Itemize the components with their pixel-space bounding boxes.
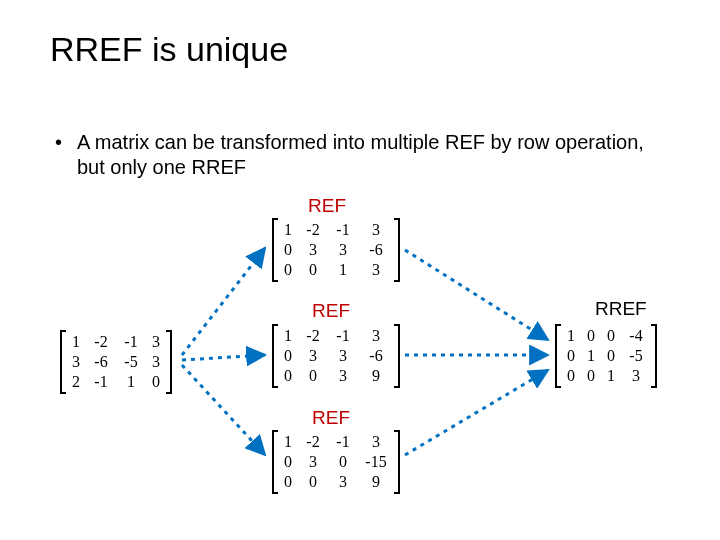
matrix-source: 1-2-13 3-6-53 2-110 [60, 330, 172, 394]
slide-title: RREF is unique [50, 30, 288, 69]
label-ref-top: REF [308, 195, 346, 217]
arrow-src-to-ref-top [182, 248, 265, 355]
arrow-ref-bot-to-rref [405, 370, 548, 455]
slide: RREF is unique A matrix can be transform… [0, 0, 720, 540]
arrow-ref-top-to-rref [405, 250, 548, 340]
arrow-src-to-ref-mid [182, 355, 265, 360]
matrix-ref-bot: 1-2-13 030-15 0039 [272, 430, 400, 494]
bullet-text: A matrix can be transformed into multipl… [55, 130, 660, 180]
matrix-rref: 100-4 010-5 0013 [555, 324, 657, 388]
label-rref: RREF [595, 298, 647, 320]
arrow-src-to-ref-bot [182, 365, 265, 455]
matrix-ref-mid: 1-2-13 033-6 0039 [272, 324, 400, 388]
label-ref-bot: REF [312, 407, 350, 429]
matrix-ref-top: 1-2-13 033-6 0013 [272, 218, 400, 282]
label-ref-mid: REF [312, 300, 350, 322]
